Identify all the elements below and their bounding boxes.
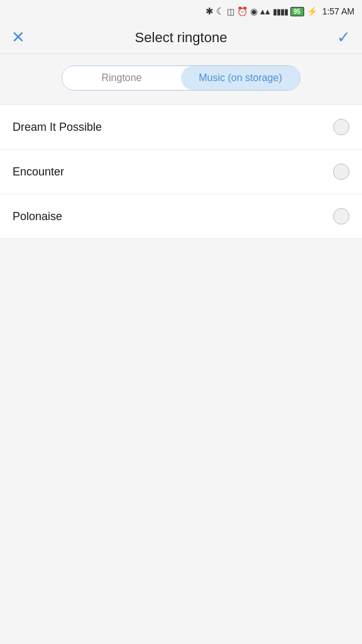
radio-button-1[interactable] <box>333 119 349 135</box>
song-list: Dream It Possible Encounter Polonaise <box>0 104 362 239</box>
status-bar: ✱ ☾ ◫ ⏰ ◉ ▴▴ ▮▮▮▮ 95 ⚡ 1:57 AM <box>0 0 362 23</box>
bluetooth-icon: ✱ <box>206 6 214 17</box>
close-button[interactable]: ✕ <box>11 28 25 47</box>
list-item[interactable]: Polonaise <box>0 194 362 239</box>
radio-button-2[interactable] <box>333 164 349 180</box>
tab-ringtone[interactable]: Ringtone <box>62 66 181 90</box>
song-name-3: Polonaise <box>13 210 62 223</box>
song-name-2: Encounter <box>13 165 64 179</box>
alarm-icon: ⏰ <box>237 6 248 16</box>
list-item[interactable]: Encounter <box>0 150 362 194</box>
vibrate-icon: ◫ <box>227 7 234 16</box>
charging-icon: ⚡ <box>307 6 317 16</box>
radio-button-3[interactable] <box>333 208 349 225</box>
header: ✕ Select ringtone ✓ <box>0 23 362 54</box>
status-icons: ✱ ☾ ◫ ⏰ ◉ ▴▴ ▮▮▮▮ 95 ⚡ <box>206 6 317 17</box>
moon-icon: ☾ <box>216 6 224 17</box>
tab-switcher: Ringtone Music (on storage) <box>62 65 300 91</box>
battery-icon: 95 <box>290 7 304 16</box>
wifi-icon: ▴▴ <box>260 6 270 17</box>
tab-music-on-storage[interactable]: Music (on storage) <box>181 66 300 90</box>
page-title: Select ringtone <box>25 30 337 46</box>
eye-icon: ◉ <box>250 6 258 16</box>
song-name-1: Dream It Possible <box>13 121 102 134</box>
signal-icon: ▮▮▮▮ <box>273 7 288 16</box>
list-item[interactable]: Dream It Possible <box>0 105 362 150</box>
status-time: 1:57 AM <box>322 6 354 16</box>
confirm-button[interactable]: ✓ <box>337 28 351 47</box>
